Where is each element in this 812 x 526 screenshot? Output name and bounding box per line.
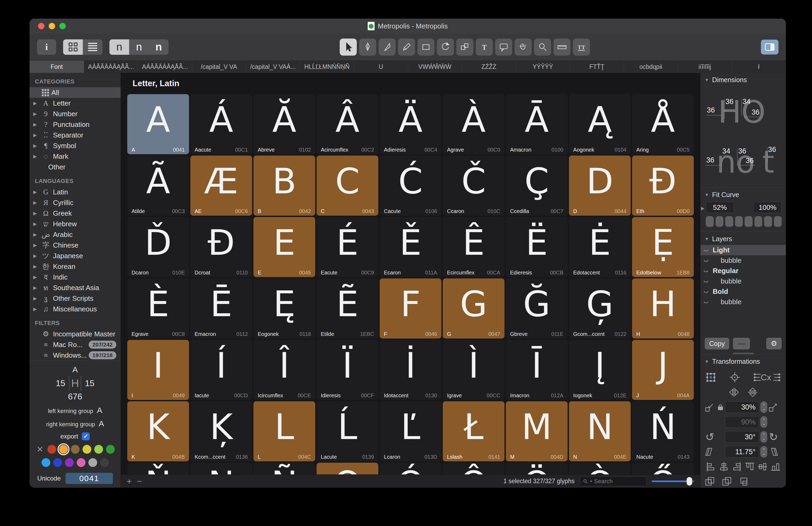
glyph-cell-Lacute[interactable]: ĹLacute0139 xyxy=(317,401,378,461)
edit-tab[interactable]: FTŤŢ xyxy=(570,61,624,73)
language-item-cyrillic[interactable]: ▶ЯCyrillic xyxy=(30,197,120,208)
tab-font[interactable]: Font xyxy=(30,61,84,73)
language-item-arabic[interactable]: ▶ضArabic xyxy=(30,229,120,240)
zoom-tool-button[interactable] xyxy=(534,39,551,56)
glyph-cell-Etilde[interactable]: ẼEtilde1EBC xyxy=(317,279,378,339)
glyph-cell-Dcroat[interactable]: ĐDcroat0110 xyxy=(190,217,252,277)
glyph-cell-Ecaron[interactable]: ĚEcaron011A xyxy=(380,217,441,277)
rotate-tool-button[interactable] xyxy=(437,39,454,56)
glyph-cell-Lcaron[interactable]: ĽLcaron013D xyxy=(380,401,441,461)
language-item-latin[interactable]: ▶GLatin xyxy=(30,187,120,197)
preview-light-button[interactable]: n xyxy=(110,39,129,55)
path-intersect-button[interactable] xyxy=(738,476,750,488)
filter-item-incompatible-master[interactable]: ⚙Incompatible Master xyxy=(30,329,120,339)
language-item-hebrew[interactable]: ▶שHebrew xyxy=(30,219,120,229)
right-panel-toggle-button[interactable] xyxy=(761,40,779,55)
edit-tab[interactable]: AÁĂÂÄÀĀĄÅÃ... xyxy=(138,61,192,73)
pencil-tool-button[interactable] xyxy=(398,39,415,56)
add-glyph-button[interactable]: + xyxy=(127,477,132,485)
glyph-cell-Gbreve[interactable]: ĞGbreve011E xyxy=(506,279,568,339)
remove-glyph-button[interactable]: − xyxy=(137,477,142,485)
path-subtract-button[interactable] xyxy=(721,476,733,488)
unicode-field[interactable]: 0041 xyxy=(66,473,113,484)
flip-horizontal-button[interactable] xyxy=(728,386,740,399)
category-item-mark[interactable]: ▶◌Mark xyxy=(30,151,120,162)
search-input[interactable]: ▾ Search xyxy=(580,477,647,486)
glyph-cell-Imacron[interactable]: ĪImacron012A xyxy=(506,340,568,400)
fit-curve-max-field[interactable]: 100% xyxy=(753,202,782,213)
layer-row-light[interactable]: Light xyxy=(700,245,786,255)
export-checkbox[interactable]: ✓ xyxy=(82,432,90,440)
right-kerning-group-value[interactable]: A xyxy=(99,419,104,428)
language-item-indic[interactable]: ▶दIndic xyxy=(30,272,120,282)
edit-tab[interactable]: ocbdqpii xyxy=(624,61,678,73)
disclosure-triangle-icon[interactable]: ▶ xyxy=(33,253,40,259)
filter-item-mac-ro-[interactable]: ≡Mac Ro...207/242 xyxy=(30,339,120,350)
color-swatch[interactable] xyxy=(59,445,68,454)
glyph-cell-Acircumflex[interactable]: ÂAcircumflex00C2 xyxy=(317,94,378,154)
disclosure-triangle-icon[interactable]: ▶ xyxy=(33,189,40,195)
edit-tab[interactable]: /capital_V VA xyxy=(192,61,246,73)
disclosure-triangle-icon[interactable]: ▶ xyxy=(33,285,40,291)
close-window-button[interactable] xyxy=(38,23,44,29)
layer-settings-gear-icon[interactable]: ⚙ xyxy=(766,338,782,349)
language-item-southeast-asia[interactable]: ▶ทSoutheast Asia xyxy=(30,282,120,293)
disclosure-triangle-icon[interactable]: ▶ xyxy=(33,132,40,138)
minimize-window-button[interactable] xyxy=(49,23,55,29)
grid-zoom-slider[interactable] xyxy=(652,481,694,482)
disclosure-triangle-icon[interactable]: ▶ xyxy=(33,154,40,159)
glyph-cell-Abreve[interactable]: ĂAbreve0102 xyxy=(253,94,315,154)
edit-tab[interactable]: ZŹŽŻ xyxy=(462,61,516,73)
remove-layer-button[interactable]: — xyxy=(733,338,750,349)
select-tool-button[interactable] xyxy=(340,39,357,56)
fit-curve-step-button[interactable] xyxy=(764,216,772,227)
transform-reference-point-button[interactable] xyxy=(729,371,741,384)
glyph-cell-Eacute[interactable]: ÉEacute00C9 xyxy=(317,217,378,277)
copy-layer-button[interactable]: Copy xyxy=(705,338,729,349)
hand-tool-button[interactable] xyxy=(514,39,532,56)
dimensions-section-header[interactable]: ▼ Dimensions xyxy=(700,73,786,86)
language-item-japanese[interactable]: ▶ツJapanese xyxy=(30,251,120,261)
fit-curve-step-button[interactable] xyxy=(716,216,724,227)
glyph-cell-F[interactable]: FF0046 xyxy=(380,279,441,339)
category-item-number[interactable]: ▶9Number xyxy=(30,108,120,119)
edit-tab[interactable]: /capital_V VAÁ... xyxy=(246,61,300,73)
glyph-cell-Emacron[interactable]: ĒEmacron0112 xyxy=(190,279,252,339)
instruct-tool-button[interactable]: TT xyxy=(573,39,590,56)
category-item-separator[interactable]: ▶⁚⁚Separator xyxy=(30,130,120,140)
flip-vertical-button[interactable] xyxy=(746,386,759,399)
slant-field[interactable]: 11.75° xyxy=(725,446,759,458)
align-top-button[interactable] xyxy=(743,461,756,473)
glyph-cell-Dcaron[interactable]: ĎDcaron010E xyxy=(127,217,189,277)
align-left-button[interactable] xyxy=(705,461,717,473)
scale-y-stepper[interactable]: ⌃⌄ xyxy=(760,416,767,428)
edit-tab[interactable]: ł xyxy=(732,61,786,73)
fit-curve-step-button[interactable] xyxy=(725,216,733,227)
language-item-korean[interactable]: ▶한Korean xyxy=(30,261,120,272)
glyph-cell-Agrave[interactable]: ÀAgrave00C0 xyxy=(443,94,505,154)
category-item-punctuation[interactable]: ▶?Punctuation xyxy=(30,119,120,130)
category-item-letter[interactable]: ▶ALetter xyxy=(30,98,120,108)
glyph-cell-Adieresis[interactable]: ÄAdieresis00C4 xyxy=(380,94,441,154)
edit-tab[interactable]: VWẂŴẄẀ xyxy=(408,61,462,73)
fit-curve-step-button[interactable] xyxy=(774,216,782,227)
language-item-chinese[interactable]: ▶字Chinese xyxy=(30,240,120,251)
layer-row-regular[interactable]: Regular xyxy=(700,266,786,276)
glyph-cell-H[interactable]: HH0048 xyxy=(632,279,694,339)
color-swatch[interactable] xyxy=(42,458,50,467)
align-bottom-button[interactable] xyxy=(769,461,782,473)
glyph-width-value[interactable]: 676 xyxy=(30,392,120,402)
color-swatch[interactable] xyxy=(71,445,79,454)
glyph-cell-Ecircumflex[interactable]: ÊEcircumflex00CA xyxy=(443,217,505,277)
glyph-cell-Gcom...ccent[interactable]: ĢGcom...ccent0122 xyxy=(569,279,631,339)
glyph-cell-Icircumflex[interactable]: ÎIcircumflex00CE xyxy=(253,340,315,400)
edit-tab[interactable]: YÝŶŸỲ xyxy=(516,61,570,73)
fit-curve-disclosure-icon[interactable]: ▶ xyxy=(701,206,705,211)
disclosure-triangle-icon[interactable]: ▶ xyxy=(33,306,40,312)
proportions-lock-icon[interactable] xyxy=(716,401,725,413)
transform-origin-button[interactable] xyxy=(705,371,717,384)
disclosure-triangle-icon[interactable]: ▶ xyxy=(33,264,40,269)
fit-curve-section-header[interactable]: ▼ Fit Curve xyxy=(700,187,786,201)
glyph-cell-C[interactable]: CC0043 xyxy=(317,155,378,216)
glyph-cell-Nacute[interactable]: ŃNacute0143 xyxy=(632,401,694,461)
